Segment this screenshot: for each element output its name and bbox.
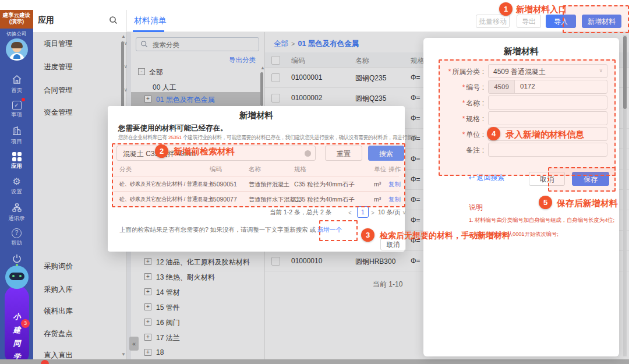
export-button[interactable]: 导出	[517, 15, 541, 28]
collapse-node-icon[interactable]: -	[138, 68, 145, 75]
tree-item-01-metal[interactable]: 01 黑色及有色金属	[156, 95, 215, 105]
assistant-robot-icon[interactable]	[5, 266, 29, 289]
scroll-down-icon[interactable]: ▼	[121, 352, 126, 357]
drawer-cancel-button[interactable]: 取消	[529, 172, 565, 186]
form-row-name: *名称 :	[423, 96, 619, 109]
tree-item-14-pipes[interactable]: 14 管材	[156, 288, 180, 298]
cell-spec: Φ=	[411, 216, 420, 224]
tree-item-00-labor[interactable]: 00 人工	[153, 83, 176, 93]
reset-button[interactable]: 重置	[325, 146, 362, 161]
label-text: 编号 :	[466, 83, 484, 91]
rail-item-settings[interactable]: ⚙ 设置	[0, 176, 33, 196]
row-checkbox[interactable]	[271, 73, 280, 82]
add-material-button[interactable]: 新增材料	[582, 15, 621, 28]
mcol-spec: 规格	[294, 165, 306, 174]
add-material-search-modal: 新增材料 您需要使用的材料可能已经存在。 您所在企业材料库已有 25351 个建…	[108, 106, 405, 252]
annotation-text-1: 新增材料入口	[516, 4, 567, 15]
row-checkbox[interactable]	[271, 94, 280, 103]
name-field[interactable]	[488, 96, 607, 109]
rail-item-tasks[interactable]: ✓ 事项	[0, 99, 33, 119]
notes-title: 说明	[469, 203, 483, 213]
sidebar-item-label: 采购询价	[44, 262, 73, 270]
avatar[interactable]	[6, 38, 28, 61]
sidebar-item-label: 进度管理	[44, 63, 73, 71]
note-input[interactable]	[492, 144, 599, 156]
expand-node-icon[interactable]: +	[144, 349, 151, 356]
export-categories-link[interactable]: 导出分类	[229, 56, 256, 65]
collapse-panel-button[interactable]: «	[129, 337, 139, 351]
rail-item-contacts[interactable]: 通讯录	[0, 202, 33, 222]
note-field[interactable]	[488, 143, 607, 157]
sidebar-search-icon[interactable]	[109, 16, 118, 24]
import-button[interactable]: 导入	[546, 15, 576, 28]
tree-item-18[interactable]: 18	[156, 348, 164, 356]
row-checkbox[interactable]	[271, 257, 280, 266]
page-next-icon[interactable]: >	[371, 210, 374, 216]
page-number[interactable]: 1	[357, 206, 369, 218]
page-scrollbar[interactable]	[623, 35, 627, 356]
spec-input[interactable]	[492, 113, 599, 125]
expand-node-icon[interactable]: +	[144, 258, 151, 265]
tree-item-16-valves[interactable]: 16 阀门	[156, 318, 180, 328]
tree-item-13-insulation[interactable]: 13 绝热、耐火材料	[156, 273, 215, 282]
modal-result-row[interactable]: 砼、砂浆及其它配合比材料 / 普通混凝土 45090077 普通预拌水下混凝土 …	[114, 191, 399, 206]
gear-icon: ⚙	[0, 176, 33, 188]
expand-node-icon[interactable]: +	[144, 96, 151, 103]
annotation-text-4: 录入新增的材料信息	[506, 129, 584, 140]
sidebar-item-project-mgmt[interactable]: 项目管理∨	[44, 39, 119, 49]
select-all-checkbox[interactable]	[271, 56, 280, 65]
tab-material-list[interactable]: 材料清单	[134, 16, 167, 26]
copy-link[interactable]: 复制	[388, 181, 401, 189]
rail-item-label: 应用	[11, 162, 22, 169]
cell-name: 圆钢Q235	[355, 94, 386, 104]
sidebar-item-contract-mgmt[interactable]: 合同管理∨	[44, 86, 119, 96]
tree-search-input[interactable]	[151, 38, 259, 51]
tree-item-all[interactable]: 全部	[149, 68, 163, 77]
expand-node-icon[interactable]: +	[144, 334, 151, 341]
add-material-drawer: 新增材料 *所属分类 : 4509 普通混凝土 ∨ *编号 : 4509 017…	[423, 38, 619, 356]
search-button[interactable]: 搜索	[368, 146, 404, 161]
window-bottom-bar	[0, 359, 629, 364]
sidebar-item-material-outbound[interactable]: 领料出库	[44, 306, 119, 316]
tree-search-box[interactable]	[136, 37, 259, 51]
mcol-unit: 单位	[374, 165, 386, 174]
sidebar-item-purchase-inbound[interactable]: 采购入库	[44, 285, 119, 295]
rail-item-projects[interactable]: 项目	[0, 125, 33, 146]
clear-input-icon[interactable]	[305, 150, 311, 157]
scroll-up-icon[interactable]: ▲	[260, 66, 265, 70]
sidebar-item-purchase-inquiry[interactable]: 采购询价	[44, 261, 119, 271]
company-logo[interactable]: 建享云建设 (演示)	[0, 10, 33, 29]
rail-item-home[interactable]: 首页	[0, 73, 33, 94]
tree-item-15-fittings[interactable]: 15 管件	[156, 303, 180, 313]
copy-link[interactable]: 复制	[388, 196, 401, 204]
rail-item-apps[interactable]: 应用	[0, 150, 33, 170]
page-prev-icon[interactable]: <	[348, 210, 352, 216]
spec-field[interactable]	[488, 111, 607, 125]
category-select[interactable]: 4509 普通混凝土 ∨	[488, 64, 607, 78]
code-field[interactable]: 4509 0172	[488, 80, 607, 94]
expand-node-icon[interactable]: +	[144, 288, 151, 295]
drawer-save-button[interactable]: 保存	[572, 172, 609, 186]
page-size-select[interactable]: 10 条/页 ∨	[378, 208, 407, 217]
back-to-search-link[interactable]: ↩ 返回搜索	[469, 173, 504, 183]
home-icon	[0, 75, 33, 86]
sidebar-item-progress-mgmt[interactable]: 进度管理∨	[44, 62, 119, 72]
create-new-link[interactable]: 新增一个	[317, 226, 342, 233]
expand-node-icon[interactable]: +	[144, 303, 151, 310]
tree-item-12-oil-chemical[interactable]: 12 油品、化工原料及胶粘材料	[156, 257, 250, 267]
sidebar-item-stocktake[interactable]: 存货盘点	[44, 329, 119, 339]
expand-node-icon[interactable]: +	[144, 273, 151, 280]
mcell-category: 砼、砂浆及其它配合比材料 / 普通混凝土	[119, 196, 213, 203]
tree-item-17-flanges[interactable]: 17 法兰	[156, 333, 180, 343]
breadcrumb-root[interactable]: 全部	[274, 40, 288, 48]
name-input[interactable]	[492, 97, 599, 109]
batch-move-button[interactable]: 批量移动	[476, 15, 510, 28]
switch-company[interactable]: 切换公司	[0, 31, 33, 38]
rail-item-help[interactable]: ? 帮助	[0, 227, 33, 247]
expand-node-icon[interactable]: +	[144, 319, 151, 326]
modal-result-row[interactable]: 砼、砂浆及其它配合比材料 / 普通混凝土 45090051 普通预拌混凝土 C3…	[114, 176, 399, 191]
chevron-down-icon: ∨	[402, 209, 406, 215]
scroll-up-icon[interactable]: ▲	[121, 34, 126, 39]
modal-intro-detail: 您所在企业材料库已有 25351 个建筑行业的材料，可能您需要的材料已存在，我们…	[118, 134, 422, 142]
cell-code: 01000001	[291, 73, 322, 82]
